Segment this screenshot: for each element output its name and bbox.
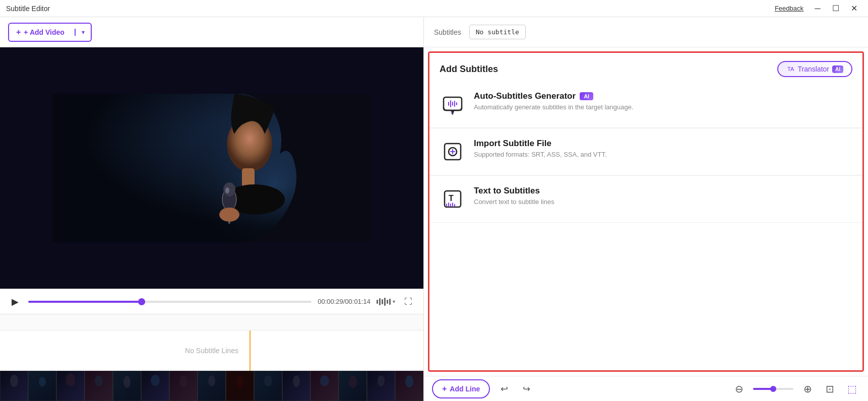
- progress-thumb[interactable]: [138, 298, 145, 305]
- play-icon: ▶: [12, 296, 19, 307]
- toolbar: + + Add Video ▾: [0, 17, 423, 47]
- right-panel: Subtitles No subtitle Add Subtitles TA T…: [423, 17, 868, 401]
- zoom-out-icon: ⊖: [735, 383, 743, 395]
- fit-screen-icon: ⊡: [826, 383, 834, 395]
- zoom-in-button[interactable]: ⊕: [799, 381, 816, 397]
- fullscreen-button[interactable]: ⛶: [401, 295, 415, 309]
- svg-point-38: [349, 376, 357, 388]
- import-subtitle-title: Import Subtitle File: [474, 139, 852, 149]
- right-bottom-controls: + Add Line ↩ ↪ ⊖ ⊕ ⊡: [424, 376, 868, 401]
- add-subtitles-header: Add Subtitles TA Translator AI: [429, 53, 862, 81]
- svg-point-6: [223, 182, 235, 196]
- no-subtitle-dropdown[interactable]: No subtitle: [469, 25, 526, 39]
- add-subtitles-panel: Add Subtitles TA Translator AI: [428, 51, 864, 372]
- svg-point-30: [123, 376, 131, 388]
- text-to-subtitles-desc: Convert text to subtitle lines: [474, 198, 852, 206]
- translator-btn-label: Translator: [797, 65, 829, 73]
- add-video-button[interactable]: + + Add Video ▾: [8, 23, 92, 42]
- play-button[interactable]: ▶: [8, 295, 22, 309]
- timeline-ruler: 00:00:00:00 00:00:10:00 00:00:20:00 00:0…: [0, 314, 423, 330]
- zoom-slider[interactable]: [753, 388, 793, 390]
- main-container: + + Add Video ▾: [0, 17, 868, 401]
- svg-point-26: [10, 375, 18, 387]
- text-to-subtitles-option[interactable]: T Text to Subtitles Convert text to subt…: [429, 176, 862, 223]
- auto-subtitles-ai-badge: AI: [580, 92, 593, 100]
- svg-point-37: [320, 375, 329, 386]
- no-subtitle-lines-text: No Subtitle Lines: [185, 347, 238, 355]
- progress-track[interactable]: [28, 301, 312, 303]
- auto-subtitles-desc: Automatically generate subtitles in the …: [474, 103, 852, 111]
- extra-button[interactable]: ⬚: [844, 381, 860, 397]
- close-button[interactable]: ✕: [846, 1, 862, 17]
- translator-button[interactable]: TA Translator AI: [777, 61, 852, 77]
- zoom-in-icon: ⊕: [803, 383, 812, 395]
- no-subtitle-value: No subtitle: [476, 28, 519, 36]
- import-subtitle-desc: Supported formats: SRT, ASS, SSA, and VT…: [474, 151, 852, 158]
- time-display: 00:00:29/00:01:14: [318, 298, 370, 305]
- timeline-track[interactable]: No Subtitle Lines: [0, 330, 423, 371]
- svg-point-39: [378, 375, 385, 386]
- progress-fill: [28, 301, 142, 303]
- video-content: [53, 94, 370, 242]
- zoom-out-button[interactable]: ⊖: [731, 381, 747, 397]
- auto-subtitles-text: Auto-Subtitles Generator AI Automaticall…: [474, 91, 852, 111]
- text-to-subtitles-text: Text to Subtitles Convert text to subtit…: [474, 186, 852, 206]
- video-frame: [53, 94, 370, 242]
- feedback-link[interactable]: Feedback: [775, 5, 803, 12]
- redo-icon: ↪: [523, 383, 530, 394]
- zoom-thumb[interactable]: [770, 386, 776, 392]
- playback-bar: ▶ 00:00:29/00:01:14 ▾ ⛶: [0, 289, 423, 314]
- minimize-button[interactable]: ─: [810, 1, 826, 17]
- subtitles-header: Subtitles No subtitle: [424, 17, 868, 47]
- timeline-playhead: [250, 330, 251, 371]
- svg-point-27: [39, 377, 46, 387]
- svg-point-36: [293, 375, 300, 387]
- svg-point-32: [179, 375, 188, 387]
- fullscreen-icon: ⛶: [404, 297, 412, 306]
- left-panel: + + Add Video ▾: [0, 17, 423, 401]
- add-line-label: Add Line: [450, 385, 480, 393]
- import-subtitle-icon: [440, 139, 466, 165]
- svg-point-9: [225, 187, 229, 193]
- fit-screen-button[interactable]: ⊡: [822, 381, 838, 397]
- waveform-dropdown-icon: ▾: [393, 299, 395, 304]
- chevron-down-icon: ▾: [82, 29, 85, 36]
- text-to-subtitles-title: Text to Subtitles: [474, 186, 852, 196]
- svg-point-8: [219, 208, 239, 222]
- svg-point-40: [405, 375, 413, 387]
- film-cells: [0, 371, 423, 401]
- waveform-button[interactable]: ▾: [377, 298, 395, 306]
- auto-subtitles-icon: T: [440, 91, 466, 117]
- svg-point-33: [208, 375, 215, 386]
- video-area: [0, 47, 423, 289]
- svg-text:T: T: [449, 194, 454, 203]
- svg-point-28: [66, 373, 75, 386]
- import-subtitle-option[interactable]: Import Subtitle File Supported formats: …: [429, 128, 862, 175]
- text-to-subtitles-icon: T: [440, 186, 466, 212]
- svg-point-31: [151, 375, 160, 386]
- app-title: Subtitle Editor: [6, 5, 50, 13]
- maximize-button[interactable]: ☐: [828, 1, 844, 17]
- import-subtitle-text: Import Subtitle File Supported formats: …: [474, 139, 852, 158]
- filmstrip: [0, 371, 423, 401]
- svg-point-34: [236, 376, 244, 388]
- timeline-container: 00:00:00:00 00:00:10:00 00:00:20:00 00:0…: [0, 314, 423, 371]
- dropdown-arrow[interactable]: ▾: [75, 29, 91, 36]
- redo-button[interactable]: ↪: [518, 381, 534, 397]
- svg-point-35: [264, 375, 272, 386]
- title-bar: Subtitle Editor Feedback ─ ☐ ✕: [0, 0, 868, 17]
- add-subtitles-title: Add Subtitles: [440, 64, 498, 75]
- plus-icon: +: [16, 28, 21, 37]
- add-line-icon: +: [442, 384, 447, 393]
- translator-ai-badge: AI: [832, 65, 843, 73]
- add-video-main[interactable]: + + Add Video: [9, 24, 72, 41]
- auto-subtitles-title: Auto-Subtitles Generator AI: [474, 91, 852, 101]
- subtitles-label: Subtitles: [434, 28, 461, 36]
- add-line-button[interactable]: + Add Line: [432, 379, 490, 398]
- translator-icon: TA: [786, 65, 794, 73]
- extra-icon: ⬚: [847, 383, 857, 395]
- svg-point-29: [95, 375, 103, 386]
- auto-subtitles-option[interactable]: T Auto-Subtitles Generator AI Automatica…: [429, 81, 862, 128]
- undo-button[interactable]: ↩: [496, 381, 512, 397]
- svg-text:T: T: [451, 111, 453, 115]
